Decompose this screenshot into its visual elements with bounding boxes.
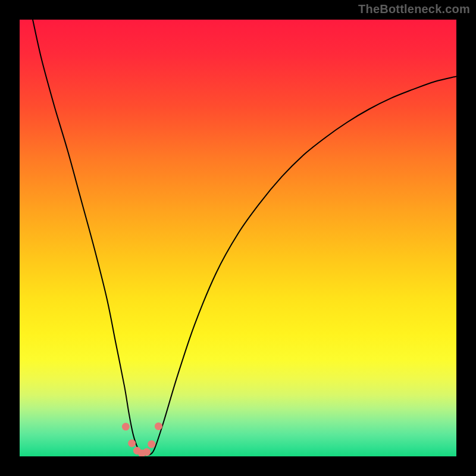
curve-marker <box>148 440 155 448</box>
curve-markers <box>122 422 162 456</box>
watermark-text: TheBottleneck.com <box>358 2 470 16</box>
chart-svg <box>20 20 456 456</box>
plot-area <box>20 20 456 456</box>
curve-marker <box>155 422 162 430</box>
curve-marker <box>143 448 151 456</box>
curve-marker <box>128 440 136 447</box>
bottleneck-curve <box>33 20 456 455</box>
curve-marker <box>122 423 130 431</box>
chart-frame: TheBottleneck.com <box>0 0 476 476</box>
